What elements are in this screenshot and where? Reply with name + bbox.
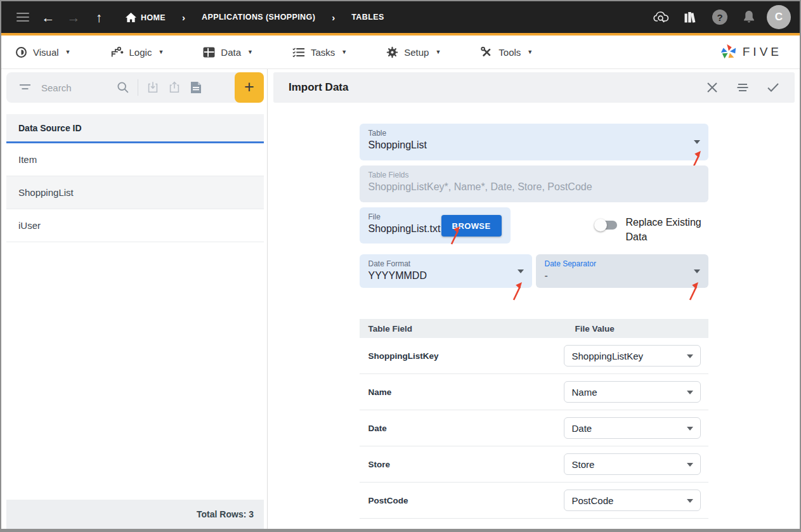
breadcrumb-separator-icon: › xyxy=(320,12,346,23)
menu-setup[interactable]: Setup ▼ xyxy=(386,46,441,58)
breadcrumb-separator-icon: › xyxy=(171,12,197,23)
search-input[interactable]: Search xyxy=(41,82,112,93)
copy-document-icon[interactable] xyxy=(185,81,207,94)
row-field-label: PostCode xyxy=(360,496,564,505)
app-window: ← → ↑ HOME › APPLICATIONS (SHOPPING) › T… xyxy=(0,0,801,532)
menu-tools[interactable]: Tools ▼ xyxy=(480,46,533,58)
row-field-label: ShoppingListKey xyxy=(360,351,564,361)
gear-icon xyxy=(386,46,398,58)
tools-icon xyxy=(480,46,493,58)
dropdown-caret-icon xyxy=(687,427,693,431)
total-rows-footer: Total Rows: 3 xyxy=(6,500,264,529)
menu-data[interactable]: Data ▼ xyxy=(203,47,253,58)
chevron-down-icon: ▼ xyxy=(158,49,164,55)
list-item-iuser[interactable]: iUser xyxy=(6,209,264,242)
file-field[interactable]: File ShoppingList.txt BROWSE xyxy=(360,207,511,243)
panel-header: Import Data xyxy=(273,72,795,103)
panel-content: Table ShoppingList Table Fields Shopping… xyxy=(268,103,800,529)
visual-icon xyxy=(15,46,27,58)
menu-logic[interactable]: Logic ▼ xyxy=(110,46,164,58)
logic-icon xyxy=(110,46,124,58)
field-label: Table Fields xyxy=(368,171,700,179)
data-table-icon xyxy=(203,47,215,58)
top-navigation-bar: ← → ↑ HOME › APPLICATIONS (SHOPPING) › T… xyxy=(1,1,800,33)
table-row: Name Name xyxy=(360,374,708,410)
five-pinwheel-icon xyxy=(720,42,738,62)
row-field-label: Date xyxy=(360,424,564,433)
brand-wordmark: FIVE xyxy=(743,45,782,59)
field-label: Table xyxy=(368,129,700,138)
list-item-item[interactable]: Item xyxy=(6,143,264,176)
row-field-label: Store xyxy=(360,460,564,469)
file-value-select[interactable]: ShoppingListKey xyxy=(564,345,701,367)
menu-bar: Visual ▼ Logic ▼ Data ▼ xyxy=(1,36,800,69)
field-label: Date Separator xyxy=(545,259,700,268)
breadcrumb-applications[interactable]: APPLICATIONS (SHOPPING) xyxy=(197,9,320,25)
import-icon[interactable] xyxy=(142,81,164,94)
table-select-field[interactable]: Table ShoppingList xyxy=(360,124,708,160)
column-header-table-field: Table Field xyxy=(360,324,564,334)
mapping-table-header: Table Field File Value xyxy=(360,319,708,338)
field-value: YYYYMMDD xyxy=(368,270,523,282)
dropdown-caret-icon[interactable] xyxy=(518,269,524,273)
breadcrumb-home[interactable]: HOME xyxy=(120,9,171,26)
date-format-field[interactable]: Date Format YYYYMMDD xyxy=(360,254,532,288)
import-data-panel: Import Data Table xyxy=(268,69,800,529)
toggle-label: Replace Existing Data xyxy=(626,215,708,244)
sidebar-toolbar: Search xyxy=(6,72,264,103)
filter-icon[interactable] xyxy=(19,84,31,91)
data-sources-sidebar: Search xyxy=(1,69,268,529)
table-row: Date Date xyxy=(360,410,708,446)
breadcrumb-tables[interactable]: TABLES xyxy=(346,9,389,25)
date-separator-field[interactable]: Date Separator - xyxy=(536,254,708,288)
field-value: ShoppingListKey*, Name*, Date, Store, Po… xyxy=(368,181,700,193)
list-item-shoppinglist[interactable]: ShoppingList xyxy=(6,176,264,209)
dropdown-caret-icon xyxy=(687,354,693,358)
export-icon[interactable] xyxy=(164,81,185,94)
menu-tasks[interactable]: Tasks ▼ xyxy=(292,47,347,58)
table-row: PostCode PostCode xyxy=(360,483,708,519)
tasks-checklist-icon xyxy=(292,47,305,58)
user-avatar[interactable]: C xyxy=(767,5,791,29)
filter-list-icon[interactable] xyxy=(730,75,755,100)
hamburger-menu-icon[interactable] xyxy=(10,10,36,24)
dropdown-caret-icon[interactable] xyxy=(694,140,700,144)
save-check-icon[interactable] xyxy=(760,75,786,100)
five-logo: FIVE xyxy=(720,42,786,62)
dropdown-caret-icon[interactable] xyxy=(694,269,700,273)
dropdown-caret-icon xyxy=(687,391,693,394)
home-icon xyxy=(126,13,136,22)
help-icon[interactable]: ? xyxy=(708,6,731,29)
table-row: Store Store xyxy=(360,446,708,483)
file-value-select[interactable]: Date xyxy=(564,417,701,439)
browse-button[interactable]: BROWSE xyxy=(441,215,502,237)
chevron-down-icon: ▼ xyxy=(527,49,533,55)
chevron-down-icon: ▼ xyxy=(65,49,71,55)
column-header-file-value: File Value xyxy=(564,324,615,334)
file-value-select[interactable]: PostCode xyxy=(564,490,701,511)
data-source-list: Data Source ID Item ShoppingList iUser xyxy=(6,114,264,242)
menu-visual[interactable]: Visual ▼ xyxy=(15,46,71,58)
table-row: ShoppingListKey ShoppingListKey xyxy=(360,338,708,374)
field-value: - xyxy=(545,270,700,282)
chevron-down-icon: ▼ xyxy=(247,49,253,55)
close-icon[interactable] xyxy=(700,75,725,100)
file-value-select[interactable]: Name xyxy=(564,381,701,403)
replace-existing-data-toggle[interactable] xyxy=(594,219,617,231)
up-icon[interactable]: ↑ xyxy=(86,11,112,24)
notifications-bell-icon[interactable] xyxy=(738,6,760,29)
dropdown-caret-icon xyxy=(687,499,693,503)
plus-icon: + xyxy=(244,79,254,96)
cloud-search-icon[interactable] xyxy=(650,6,673,29)
field-mapping-table: Table Field File Value ShoppingListKey S… xyxy=(360,319,708,519)
add-data-source-button[interactable]: + xyxy=(235,72,264,103)
library-books-icon[interactable] xyxy=(679,6,702,29)
column-header-data-source-id[interactable]: Data Source ID xyxy=(6,114,264,143)
total-rows-label: Total Rows: 3 xyxy=(197,509,254,519)
file-value-select[interactable]: Store xyxy=(564,453,701,475)
forward-icon: → xyxy=(61,11,86,24)
chevron-down-icon: ▼ xyxy=(435,49,441,55)
dropdown-caret-icon xyxy=(687,463,693,467)
search-icon[interactable] xyxy=(112,81,134,94)
back-icon[interactable]: ← xyxy=(36,11,61,24)
